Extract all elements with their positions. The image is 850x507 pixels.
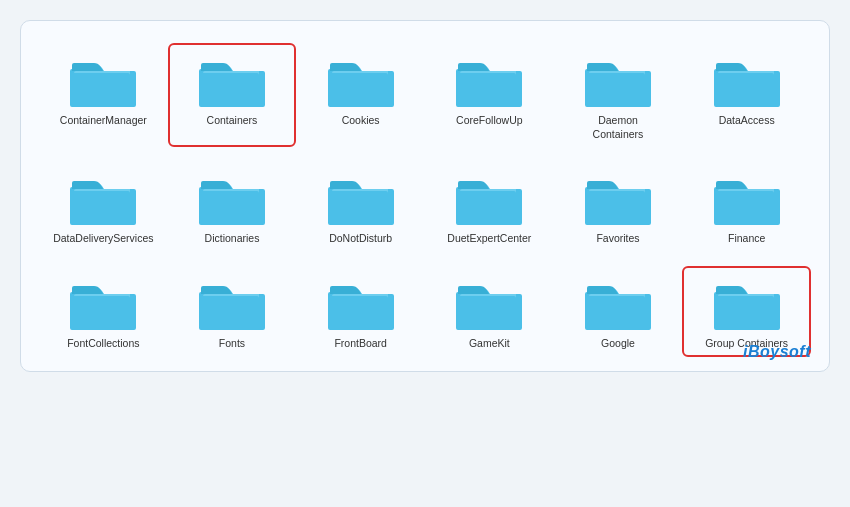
folder-item-group-containers[interactable]: Group Containers <box>684 268 809 355</box>
folder-label: GameKit <box>469 337 510 351</box>
folder-label: ContainerManager <box>60 114 147 128</box>
folder-label: Cookies <box>342 114 380 128</box>
folder-icon <box>196 49 268 109</box>
folder-item-core-follow-up[interactable]: CoreFollowUp <box>427 45 552 145</box>
folder-label: DataAccess <box>719 114 775 128</box>
folder-icon <box>325 167 397 227</box>
folder-item-google[interactable]: Google <box>556 268 681 355</box>
folder-icon <box>325 272 397 332</box>
folder-label: DuetExpertCenter <box>447 232 531 246</box>
folder-icon <box>67 49 139 109</box>
folder-icon <box>67 167 139 227</box>
folder-icon <box>67 272 139 332</box>
folder-label: DoNotDisturb <box>329 232 392 246</box>
folder-icon <box>711 272 783 332</box>
folder-item-favorites[interactable]: Favorites <box>556 163 681 250</box>
folder-item-duet-expert[interactable]: DuetExpertCenter <box>427 163 552 250</box>
folder-item-dictionaries[interactable]: Dictionaries <box>170 163 295 250</box>
folder-label: FontCollections <box>67 337 139 351</box>
folder-icon <box>582 167 654 227</box>
folder-item-data-delivery[interactable]: DataDeliveryServices <box>41 163 166 250</box>
folder-item-daemon-containers[interactable]: DaemonContainers <box>556 45 681 145</box>
folder-label: Finance <box>728 232 765 246</box>
folder-item-container-manager[interactable]: ContainerManager <box>41 45 166 145</box>
folder-icon <box>196 272 268 332</box>
folder-item-game-kit[interactable]: GameKit <box>427 268 552 355</box>
folder-icon <box>325 49 397 109</box>
folder-item-fonts[interactable]: Fonts <box>170 268 295 355</box>
folder-icon <box>711 49 783 109</box>
folder-icon <box>582 272 654 332</box>
folder-label: FrontBoard <box>334 337 387 351</box>
folder-label: DaemonContainers <box>593 114 644 141</box>
folder-item-do-not-disturb[interactable]: DoNotDisturb <box>298 163 423 250</box>
folder-item-containers[interactable]: Containers <box>170 45 295 145</box>
main-panel: ContainerManager Containers Cookies Core… <box>20 20 830 372</box>
folder-label: Google <box>601 337 635 351</box>
folder-icon <box>453 167 525 227</box>
folder-icon <box>711 167 783 227</box>
folder-icon <box>196 167 268 227</box>
folder-icon <box>453 49 525 109</box>
watermark: iBoysoft <box>743 343 811 361</box>
folder-label: Fonts <box>219 337 245 351</box>
folder-label: CoreFollowUp <box>456 114 523 128</box>
folder-item-finance[interactable]: Finance <box>684 163 809 250</box>
folder-label: DataDeliveryServices <box>53 232 153 246</box>
folder-item-font-collections[interactable]: FontCollections <box>41 268 166 355</box>
folder-item-data-access[interactable]: DataAccess <box>684 45 809 145</box>
folder-label: Dictionaries <box>205 232 260 246</box>
folder-icon <box>582 49 654 109</box>
folder-item-cookies[interactable]: Cookies <box>298 45 423 145</box>
folder-label: Favorites <box>596 232 639 246</box>
folder-grid: ContainerManager Containers Cookies Core… <box>41 45 809 355</box>
folder-icon <box>453 272 525 332</box>
folder-item-front-board[interactable]: FrontBoard <box>298 268 423 355</box>
folder-label: Containers <box>207 114 258 128</box>
